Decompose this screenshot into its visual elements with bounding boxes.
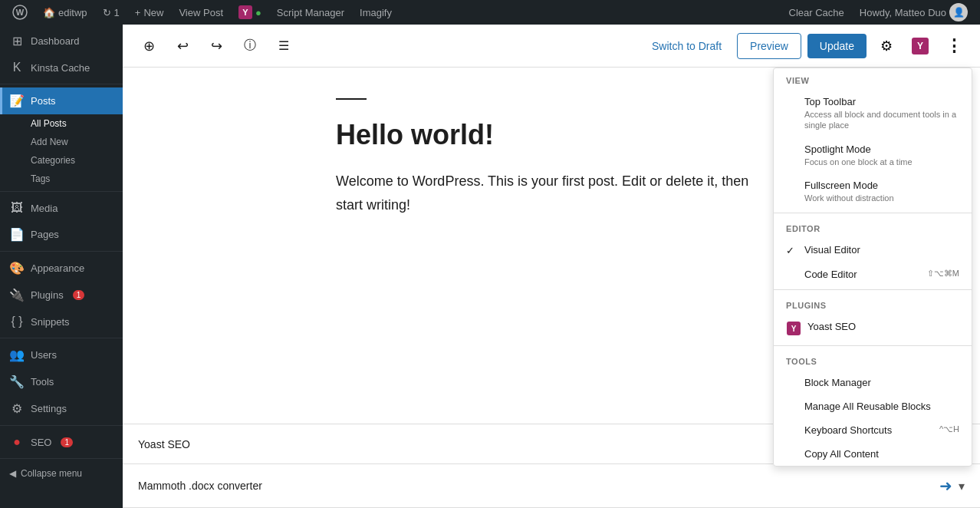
sidebar-subitem-tags[interactable]: Tags bbox=[0, 170, 123, 188]
editor-toolbar: ⊕ ↩ ↪ ⓘ ☰ Switch to Draft Preview Updat bbox=[123, 25, 980, 68]
sidebar-item-users[interactable]: 👥 Users bbox=[0, 341, 123, 368]
sidebar-item-plugins[interactable]: 🔌 Plugins 1 bbox=[0, 282, 123, 308]
plus-icon: ⊕ bbox=[143, 38, 155, 54]
divider-3 bbox=[774, 345, 972, 346]
chevron-down-icon: ▾ bbox=[959, 479, 965, 493]
pages-icon: 📄 bbox=[9, 227, 25, 242]
arrow-right-icon: ➜ bbox=[939, 477, 952, 495]
appearance-icon: 🎨 bbox=[9, 261, 25, 275]
script-manager-item[interactable]: Script Manager bbox=[271, 0, 350, 25]
admin-bar: W 🏠 editwp ↻ 1 + New View Post Y ● Scrip… bbox=[0, 0, 980, 25]
post-title[interactable]: Hello world! bbox=[336, 118, 767, 151]
dashboard-icon: ⊞ bbox=[9, 34, 25, 48]
new-item[interactable]: + New bbox=[129, 0, 170, 25]
redo-button[interactable]: ↪ bbox=[202, 32, 230, 60]
yoast-item[interactable]: Y ● bbox=[232, 0, 268, 25]
sidebar-subitem-categories[interactable]: Categories bbox=[0, 151, 123, 170]
site-name[interactable]: 🏠 editwp bbox=[37, 0, 94, 25]
dropdown-menu: View Top Toolbar Access all block and do… bbox=[773, 68, 972, 467]
plus-icon: + bbox=[135, 7, 141, 18]
yoast-icon: Y bbox=[238, 5, 252, 19]
code-editor-item[interactable]: Code Editor ⇧⌥⌘M bbox=[774, 262, 972, 286]
tools-section-label: Tools bbox=[774, 349, 972, 371]
info-button[interactable]: ⓘ bbox=[236, 32, 264, 60]
sidebar-item-snippets[interactable]: { } Snippets bbox=[0, 308, 123, 335]
yoast-toolbar-icon: Y bbox=[912, 38, 929, 54]
yoast-button[interactable]: Y bbox=[906, 32, 934, 60]
fullscreen-mode-item[interactable]: Fullscreen Mode Work without distraction bbox=[774, 173, 972, 209]
snippets-icon: { } bbox=[9, 315, 25, 328]
visual-editor-item[interactable]: ✓ Visual Editor bbox=[774, 238, 972, 262]
undo-button[interactable]: ↩ bbox=[169, 32, 196, 60]
sidebar-item-settings[interactable]: ⚙ Settings bbox=[0, 395, 123, 422]
add-block-button[interactable]: ⊕ bbox=[135, 32, 163, 60]
preview-button[interactable]: Preview bbox=[737, 33, 801, 59]
switch-to-draft-button[interactable]: Switch to Draft bbox=[643, 34, 731, 58]
post-content[interactable]: Welcome to WordPress. This is your first… bbox=[336, 170, 767, 216]
list-view-icon: ☰ bbox=[278, 38, 289, 53]
divider-2 bbox=[774, 289, 972, 290]
ellipsis-icon: ⋮ bbox=[945, 36, 962, 56]
sidebar-item-pages[interactable]: 📄 Pages bbox=[0, 221, 123, 248]
block-manager-item[interactable]: Block Manager bbox=[774, 371, 972, 394]
wp-logo[interactable]: W bbox=[6, 0, 34, 25]
yoast-menu-icon: Y bbox=[786, 321, 801, 336]
manage-reusable-item[interactable]: Manage All Reusable Blocks bbox=[774, 394, 972, 418]
sidebar-item-kinsta[interactable]: K Kinsta Cache bbox=[0, 54, 123, 81]
yoast-seo-menu-item[interactable]: Y Yoast SEO bbox=[774, 315, 972, 342]
sidebar: ⊞ Dashboard K Kinsta Cache 📝 Posts All P… bbox=[0, 25, 123, 508]
imagify-item[interactable]: Imagify bbox=[354, 0, 398, 25]
view-post-item[interactable]: View Post bbox=[173, 0, 229, 25]
settings-button[interactable]: ⚙ bbox=[873, 32, 900, 60]
sidebar-subitem-all-posts[interactable]: All Posts bbox=[0, 114, 123, 133]
spotlight-mode-item[interactable]: Spotlight Mode Focus on one block at a t… bbox=[774, 137, 972, 173]
keyboard-shortcuts-item[interactable]: Keyboard Shortcuts ^⌥H bbox=[774, 418, 972, 442]
updates-item[interactable]: ↻ 1 bbox=[97, 0, 126, 25]
more-options-button[interactable]: ⋮ bbox=[940, 32, 968, 60]
settings-icon: ⚙ bbox=[9, 401, 25, 416]
yoast-panel-title: Yoast SEO bbox=[138, 438, 190, 450]
seo-icon: ● bbox=[9, 435, 25, 449]
sidebar-item-media[interactable]: 🖼 Media bbox=[0, 195, 123, 221]
media-icon: 🖼 bbox=[9, 201, 25, 215]
avatar: 👤 bbox=[949, 3, 968, 21]
sidebar-subitem-add-new[interactable]: Add New bbox=[0, 133, 123, 151]
svg-text:W: W bbox=[16, 8, 25, 17]
top-toolbar-item[interactable]: Top Toolbar Access all block and documen… bbox=[774, 90, 972, 137]
collapse-icon: ◀ bbox=[9, 468, 16, 479]
gear-icon: ⚙ bbox=[880, 38, 893, 54]
editor-section-label: Editor bbox=[774, 216, 972, 238]
redo-icon: ↪ bbox=[211, 38, 222, 54]
tools-icon: 🔧 bbox=[9, 374, 25, 389]
sidebar-item-seo[interactable]: ● SEO 1 bbox=[0, 429, 123, 455]
copy-all-content-item[interactable]: Copy All Content bbox=[774, 442, 972, 466]
post-separator bbox=[336, 98, 367, 100]
plugins-icon: 🔌 bbox=[9, 288, 25, 302]
update-button[interactable]: Update bbox=[807, 34, 867, 58]
divider-1 bbox=[774, 213, 972, 213]
collapse-menu-button[interactable]: ◀ Collapse menu bbox=[0, 462, 123, 485]
sidebar-item-appearance[interactable]: 🎨 Appearance bbox=[0, 255, 123, 282]
howdy-item[interactable]: Howdy, Matteo Duo 👤 bbox=[853, 3, 974, 21]
kinsta-icon: K bbox=[9, 61, 25, 74]
home-icon: 🏠 bbox=[43, 7, 55, 18]
info-icon: ⓘ bbox=[244, 38, 256, 54]
plugins-section-label: Plugins bbox=[774, 293, 972, 315]
view-section-label: View bbox=[774, 68, 972, 90]
sidebar-item-tools[interactable]: 🔧 Tools bbox=[0, 368, 123, 395]
undo-icon: ↩ bbox=[177, 38, 189, 54]
updates-icon: ↻ bbox=[103, 7, 111, 18]
sidebar-item-posts[interactable]: 📝 Posts bbox=[0, 87, 123, 114]
clear-cache-item[interactable]: Clear Cache bbox=[783, 7, 850, 18]
sidebar-item-dashboard[interactable]: ⊞ Dashboard bbox=[0, 28, 123, 54]
mammoth-panel-title: Mammoth .docx converter bbox=[138, 480, 262, 492]
mammoth-panel[interactable]: Mammoth .docx converter ➜ ▾ bbox=[123, 464, 980, 508]
posts-icon: 📝 bbox=[9, 94, 25, 108]
users-icon: 👥 bbox=[9, 348, 25, 362]
list-view-button[interactable]: ☰ bbox=[270, 32, 298, 60]
